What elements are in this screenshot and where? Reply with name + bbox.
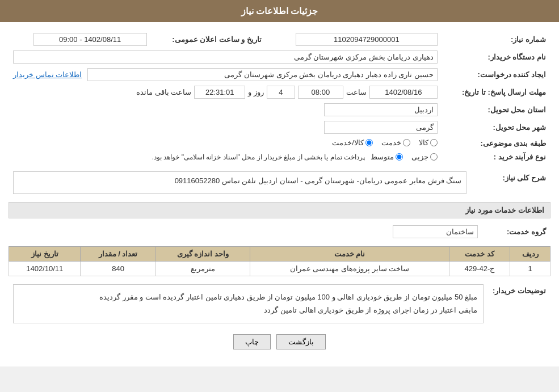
process-description: پرداخت تمام یا بخشی از مبلغ خریدار از مح… <box>152 153 365 161</box>
buyer-notes-value: مبلغ 50 میلیون تومان از طریق خودیاری اها… <box>9 282 488 326</box>
city-value: گرمی <box>9 119 442 136</box>
page-header: جزئیات اطلاعات نیاز <box>0 0 559 22</box>
process-motavaset-label: متوسط <box>371 153 394 161</box>
description-value: سنگ فرش معابر عمومی دریامان- شهرستان گرم… <box>9 169 471 196</box>
day-label: روز و <box>248 88 264 96</box>
need-number-label: شماره نیاز: <box>442 31 550 48</box>
public-announce-value: 1402/08/11 - 09:00 <box>9 31 152 48</box>
services-section-title: اطلاعات خدمات مورد نیاز <box>9 202 550 218</box>
response-time-row: 1402/08/16 ساعت 08:00 4 روز و 22:31:01 س… <box>9 83 442 101</box>
response-days-box: 4 <box>267 86 295 99</box>
city-label: شهر محل تحویل: <box>442 119 550 136</box>
process-options: جزیی متوسط پرداخت تمام یا بخشی از مبلغ خ… <box>9 150 442 163</box>
category-khedmat-item: خدمت <box>381 138 410 147</box>
cell-service_code: ج-42-429 <box>449 262 510 276</box>
action-buttons: بازگشت چاپ <box>9 334 550 349</box>
col-service-name: نام خدمت <box>250 247 449 262</box>
province-value: اردبیل <box>9 101 442 119</box>
creator-value: حسین تاری زاده دهیار دهیاری دریامان بخش … <box>9 66 442 83</box>
creator-contact-link[interactable]: اطلاعات تماس خریدار <box>13 70 82 79</box>
description-box: سنگ فرش معابر عمومی دریامان- شهرستان گرم… <box>13 171 466 194</box>
main-info-table: شماره نیاز: 1102094729000001 تاریخ و ساع… <box>9 31 550 163</box>
cell-row_num: 1 <box>510 262 550 276</box>
service-group-box: ساختمان <box>393 225 478 238</box>
category-khedmat-label: خدمت <box>381 138 401 147</box>
buyer-org-label: نام دستگاه خریدار: <box>442 48 550 66</box>
buyer-org-value: دهیاری دریامان بخش مرکزی شهرستان گرمی <box>9 48 442 66</box>
category-both-label: کالا/خدمت <box>332 138 364 147</box>
buyer-notes-label: توضیحات خریدار: <box>488 282 550 326</box>
category-kala-radio[interactable] <box>430 139 438 146</box>
buyer-notes-line2: مابقی اعتبار در زمان اجرای پروژه از طریق… <box>19 304 477 317</box>
service-group-label: گروه خدمت: <box>482 223 550 241</box>
cell-quantity: 840 <box>81 262 155 276</box>
category-both-item: کالا/خدمت <box>332 138 373 147</box>
response-time-label: مهلت ارسال پاسخ: تا تاریخ: <box>442 83 550 101</box>
category-kala-item: کالا <box>419 138 438 147</box>
description-table: شرح کلی نیاز: سنگ فرش معابر عمومی دریاما… <box>9 169 550 196</box>
province-label: استان محل تحویل: <box>442 101 550 119</box>
process-jozi-radio[interactable] <box>430 153 438 161</box>
buyer-notes-table: توضیحات خریدار: مبلغ 50 میلیون تومان از … <box>9 282 550 326</box>
response-time-box: 08:00 <box>298 86 343 99</box>
page-title: جزئیات اطلاعات نیاز <box>241 6 318 16</box>
category-khedmat-radio[interactable] <box>403 139 410 146</box>
services-table: ردیف کد خدمت نام خدمت واحد اندازه گیری ت… <box>9 246 550 276</box>
category-options: کالا خدمت کالا/خدمت <box>9 136 442 150</box>
response-remaining-box: 22:31:01 <box>194 86 245 99</box>
cell-service_name: ساخت سایر پروژه‌های مهندسی عمران <box>250 262 449 276</box>
creator-label: ایجاد کننده درخواست: <box>442 66 550 83</box>
cell-date: 1402/10/11 <box>9 262 81 276</box>
col-service-code: کد خدمت <box>449 247 510 262</box>
creator-box: حسین تاری زاده دهیار دهیاری دریامان بخش … <box>87 68 438 81</box>
need-number-box: 1102094729000001 <box>296 33 438 46</box>
description-label: شرح کلی نیاز: <box>471 169 550 196</box>
col-unit: واحد اندازه گیری <box>155 247 250 262</box>
buyer-org-box: دهیاری دریامان بخش مرکزی شهرستان گرمی <box>13 50 438 64</box>
col-quantity: تعداد / مقدار <box>81 247 155 262</box>
process-jozi-item: جزیی <box>411 153 438 161</box>
category-kala-label: کالا <box>419 138 428 147</box>
print-button[interactable]: چاپ <box>233 334 271 349</box>
buyer-notes-line1: مبلغ 50 میلیون تومان از طریق خودیاری اها… <box>19 290 477 304</box>
hour-label: ساعت <box>346 88 367 96</box>
need-number-value: 1102094729000001 <box>266 31 442 48</box>
cell-unit: مترمربع <box>155 262 250 276</box>
category-label: طبقه بندی موضوعی: <box>442 136 550 150</box>
remaining-hours-label: ساعت باقی مانده <box>136 88 191 96</box>
back-button[interactable]: بازگشت <box>276 334 326 349</box>
category-both-radio[interactable] <box>365 139 373 146</box>
process-label: نوع فرآیند خرید : <box>442 150 550 163</box>
buyer-notes-box: مبلغ 50 میلیون تومان از طریق خودیاری اها… <box>13 284 484 323</box>
process-motavaset-radio[interactable] <box>396 153 403 161</box>
service-group-value: ساختمان <box>9 223 482 241</box>
public-announce-box: 1402/08/11 - 09:00 <box>33 33 147 46</box>
response-date-box: 1402/08/16 <box>369 86 438 99</box>
table-row: 1ج-42-429ساخت سایر پروژه‌های مهندسی عمرا… <box>9 262 550 276</box>
public-announce-label: تاریخ و ساعت اعلان عمومی: <box>152 31 266 48</box>
city-box: گرمی <box>324 121 438 134</box>
service-group-table: گروه خدمت: ساختمان <box>9 223 550 241</box>
process-motavaset-item: متوسط <box>371 153 403 161</box>
col-row-num: ردیف <box>510 247 550 262</box>
province-box: اردبیل <box>324 103 438 116</box>
process-jozi-label: جزیی <box>411 153 428 161</box>
col-date: تاریخ نیاز <box>9 247 81 262</box>
